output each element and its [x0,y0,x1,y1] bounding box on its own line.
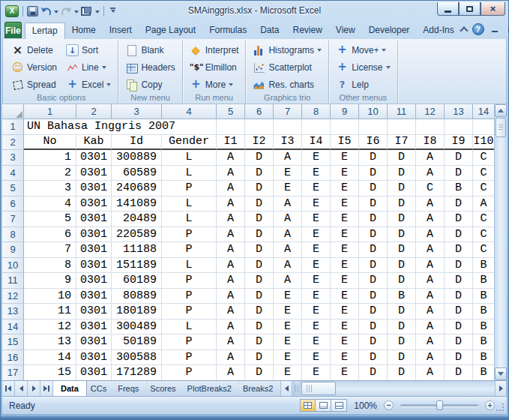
cell-i2[interactable]: D [245,334,274,350]
field-header-cell[interactable]: Id [112,135,162,151]
cell-i7[interactable]: D [388,166,416,182]
ribbon-button[interactable]: Excel [62,76,115,92]
field-header-cell[interactable]: I5 [331,135,359,151]
cell-i10[interactable]: B [473,350,494,366]
cell-i5[interactable]: E [331,196,359,212]
cell-i8[interactable]: A [416,258,445,274]
cell-i2[interactable]: D [245,304,274,320]
cell-i8[interactable]: A [416,320,445,335]
cell-i6[interactable]: D [359,166,388,182]
cell-i3[interactable]: E [274,350,302,366]
tab-lertap[interactable]: Lertap [25,22,65,39]
cell-i5[interactable]: E [331,181,359,196]
row-header[interactable]: 17 [2,365,24,380]
cell-no[interactable]: 14 [24,350,76,366]
cell-i1[interactable]: A [217,258,245,274]
cell-i10[interactable]: B [473,365,494,380]
cell-i7[interactable]: D [388,150,416,166]
cell-i5[interactable]: E [331,334,359,350]
cell-no[interactable]: 8 [24,258,76,274]
cell-i9[interactable]: D [445,304,473,320]
column-header[interactable]: 7 [274,104,302,119]
cell-i3[interactable]: A [274,273,302,289]
field-header-cell[interactable]: I7 [388,135,416,151]
select-all-corner[interactable] [2,104,24,119]
tab-developer[interactable]: Developer [362,22,417,38]
cell-i9[interactable]: D [445,289,473,304]
cell-id[interactable]: 151189 [112,258,162,274]
cell-i10[interactable]: A [473,196,494,212]
horizontal-scrollbar-track[interactable] [301,381,495,396]
cell-id[interactable]: 20489 [112,212,162,227]
horizontal-scrollbar-thumb[interactable] [301,382,336,395]
cell-i8[interactable]: A [416,242,445,258]
cell-i5[interactable]: E [331,273,359,289]
cell-i10[interactable]: C [473,212,494,227]
cell-i9[interactable]: D [445,273,473,289]
cell-no[interactable]: 6 [24,227,76,243]
cell-i6[interactable]: D [359,181,388,196]
cell-i3[interactable]: A [274,258,302,274]
cell-no[interactable]: 13 [24,334,76,350]
cell-i3[interactable]: E [274,289,302,304]
cell-i1[interactable]: A [217,181,245,196]
cell-id[interactable]: 80889 [112,289,162,304]
row-header[interactable]: 4 [2,166,24,182]
ribbon-button[interactable]: Interpret [186,42,243,58]
row-header[interactable]: 10 [2,258,24,274]
cell-kab[interactable]: 0301 [76,365,112,380]
cell-i8[interactable]: A [416,350,445,366]
cell-no[interactable]: 12 [24,320,76,335]
cell-i7[interactable]: D [388,181,416,196]
column-header[interactable]: 6 [245,104,274,119]
cell-id[interactable]: 300489 [112,320,162,335]
sheet-tab-scores[interactable]: Scores [142,381,183,396]
cell-i6[interactable]: D [359,196,388,212]
ribbon-button[interactable]: Lelp [332,76,394,92]
row-header[interactable]: 13 [2,304,24,320]
cell-i3[interactable]: E [274,304,302,320]
column-header[interactable]: 1 [24,104,76,119]
cell[interactable] [302,119,331,135]
cell[interactable] [217,119,245,135]
row-header[interactable]: 16 [2,350,24,366]
field-header-cell[interactable]: I9 [445,135,473,151]
cell-i2[interactable]: D [245,365,274,380]
cell-i3[interactable]: A [274,212,302,227]
sheet-tab-ccs[interactable]: CCs [83,381,114,396]
cell-i9[interactable]: D [445,227,473,243]
scroll-up-button[interactable] [495,104,507,117]
normal-view-button[interactable] [300,399,316,412]
cell-i1[interactable]: A [217,334,245,350]
ribbon-button[interactable]: Res. charts [249,76,325,92]
row-header[interactable]: 2 [2,135,24,151]
cell-i9[interactable]: D [445,350,473,366]
cell-i4[interactable]: E [302,227,331,243]
cell-i9[interactable]: D [445,334,473,350]
cell-i1[interactable]: A [217,304,245,320]
cell[interactable] [445,119,473,135]
cell-gender[interactable]: P [162,304,217,320]
hscroll-left-button[interactable] [280,381,292,396]
zoom-level-label[interactable]: 100% [354,400,377,411]
tab-insert[interactable]: Insert [103,22,139,38]
customize-qat-button[interactable] [110,8,115,15]
field-header-cell[interactable]: No [24,135,76,151]
cell-i2[interactable]: D [245,166,274,182]
cell-i2[interactable]: D [245,212,274,227]
sheet-tab-breaks2[interactable]: Breaks2 [235,381,280,396]
cell-i4[interactable]: E [302,196,331,212]
row-header[interactable]: 9 [2,242,24,258]
cell-i2[interactable]: D [245,150,274,166]
cell-id[interactable]: 60189 [112,273,162,289]
cell-id[interactable]: 220589 [112,227,162,243]
cell-i4[interactable]: E [302,350,331,366]
minimize-button[interactable] [437,2,459,16]
field-header-cell[interactable]: I3 [274,135,302,151]
row-header[interactable]: 7 [2,212,24,227]
cell-i9[interactable]: D [445,212,473,227]
cell-kab[interactable]: 0301 [76,258,112,274]
ribbon-button[interactable]: Histograms [249,42,325,58]
vertical-scrollbar-track[interactable] [495,138,507,368]
ribbon-button[interactable]: Copy [121,76,178,92]
